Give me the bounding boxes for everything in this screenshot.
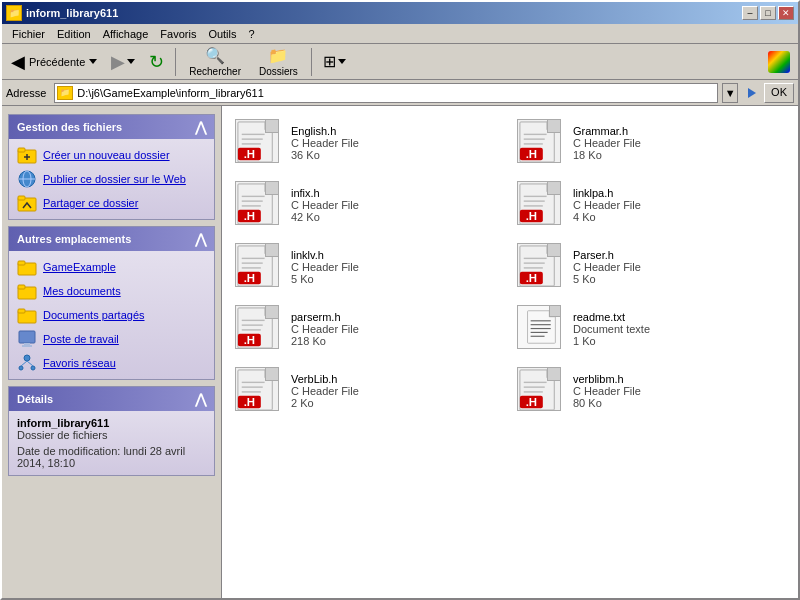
file-item[interactable]: .H parserm.h C Header File 218 Ko <box>230 300 508 358</box>
winxp-logo <box>768 51 790 73</box>
back-dropdown-arrow[interactable] <box>89 59 97 64</box>
file-type: C Header File <box>573 385 641 397</box>
menu-favoris[interactable]: Favoris <box>154 26 202 42</box>
svg-rect-9 <box>18 196 25 200</box>
back-button[interactable]: ◀ Précédente <box>6 49 102 75</box>
file-icon-wrap: .H <box>517 243 565 291</box>
sidebar-link-mes-documents[interactable]: Mes documents <box>17 281 206 301</box>
file-item[interactable]: .H linklpa.h C Header File 4 Ko <box>512 176 790 234</box>
sidebar-section-header-gestion[interactable]: Gestion des fichiers ⋀ <box>9 115 214 139</box>
sidebar: Gestion des fichiers ⋀ Créer un nouveau … <box>2 106 222 598</box>
file-info: parserm.h C Header File 218 Ko <box>291 311 359 347</box>
sidebar-link-share[interactable]: Partager ce dossier <box>17 193 206 213</box>
sidebar-section-gestion: Gestion des fichiers ⋀ Créer un nouveau … <box>8 114 215 220</box>
sidebar-collapse-gestion[interactable]: ⋀ <box>195 119 206 135</box>
sidebar-section-title-details: Détails <box>17 393 53 405</box>
menu-edition[interactable]: Edition <box>51 26 97 42</box>
maximize-button[interactable]: □ <box>760 6 776 20</box>
file-grid: .H English.h C Header File 36 Ko <box>230 114 790 420</box>
svg-marker-0 <box>748 88 756 98</box>
sidebar-section-header-details[interactable]: Détails ⋀ <box>9 387 214 411</box>
svg-line-22 <box>21 361 27 366</box>
sidebar-link-publish-label: Publier ce dossier sur le Web <box>43 173 186 185</box>
sidebar-section-body-gestion: Créer un nouveau dossier Publier ce doss… <box>9 139 214 219</box>
view-button[interactable]: ⊞ <box>318 49 351 75</box>
address-dropdown[interactable]: ▼ <box>722 83 738 103</box>
toolbar-separator-1 <box>175 48 176 76</box>
go-arrow-icon <box>744 85 760 101</box>
sidebar-link-gameexample-label: GameExample <box>43 261 116 273</box>
folders-button[interactable]: 📁 Dossiers <box>252 43 305 80</box>
file-item[interactable]: .H infix.h C Header File 42 Ko <box>230 176 508 234</box>
svg-rect-17 <box>24 343 30 345</box>
folder-icon-gameexample <box>17 257 37 277</box>
search-icon: 🔍 <box>205 46 225 65</box>
title-bar-buttons: – □ ✕ <box>742 6 794 20</box>
file-name: Grammar.h <box>573 125 641 137</box>
address-bar: Adresse 📁 ▼ OK <box>2 80 798 106</box>
details-folder-date: Date de modification: lundi 28 avril 201… <box>17 445 206 469</box>
search-button[interactable]: 🔍 Rechercher <box>182 43 248 80</box>
sidebar-link-new-folder-label: Créer un nouveau dossier <box>43 149 170 161</box>
file-icon-wrap: .H <box>235 119 283 167</box>
folders-icon: 📁 <box>268 46 288 65</box>
menu-fichier[interactable]: Fichier <box>6 26 51 42</box>
forward-button[interactable]: ▶ <box>106 49 140 75</box>
file-item[interactable]: .H Grammar.h C Header File 18 Ko <box>512 114 790 172</box>
menu-affichage[interactable]: Affichage <box>97 26 155 42</box>
h-file-icon: .H <box>517 367 561 411</box>
svg-line-23 <box>27 361 33 366</box>
sidebar-link-new-folder[interactable]: Créer un nouveau dossier <box>17 145 206 165</box>
file-info: English.h C Header File 36 Ko <box>291 125 359 161</box>
file-item[interactable]: .H English.h C Header File 36 Ko <box>230 114 508 172</box>
close-button[interactable]: ✕ <box>778 6 794 20</box>
window: 📁 inform_library611 – □ ✕ Fichier Editio… <box>0 0 800 600</box>
network-icon <box>17 353 37 373</box>
sidebar-link-favoris-reseau[interactable]: Favoris réseau <box>17 353 206 373</box>
file-name: English.h <box>291 125 359 137</box>
sidebar-link-docs-partages[interactable]: Documents partagés <box>17 305 206 325</box>
file-size: 80 Ko <box>573 397 641 409</box>
file-size: 5 Ko <box>291 273 359 285</box>
toolbar: ◀ Précédente ▶ ↻ 🔍 Rechercher 📁 Dossiers… <box>2 44 798 80</box>
sidebar-link-mes-documents-label: Mes documents <box>43 285 121 297</box>
view-dropdown-arrow[interactable] <box>338 59 346 64</box>
svg-rect-2 <box>18 148 25 152</box>
svg-rect-16 <box>19 331 35 343</box>
forward-dropdown-arrow[interactable] <box>127 59 135 64</box>
menu-outils[interactable]: Outils <box>202 26 242 42</box>
refresh-button[interactable]: ↻ <box>144 49 169 75</box>
sidebar-link-gameexample[interactable]: GameExample <box>17 257 206 277</box>
minimize-button[interactable]: – <box>742 6 758 20</box>
menu-help[interactable]: ? <box>243 26 261 42</box>
svg-text:.H: .H <box>526 148 537 160</box>
svg-marker-32 <box>547 122 555 130</box>
sidebar-section-header-autres[interactable]: Autres emplacements ⋀ <box>9 227 214 251</box>
file-item[interactable]: .H Parser.h C Header File 5 Ko <box>512 238 790 296</box>
sidebar-link-publish[interactable]: Publier ce dossier sur le Web <box>17 169 206 189</box>
file-area: .H English.h C Header File 36 Ko <box>222 106 798 598</box>
address-input[interactable] <box>77 87 715 99</box>
sidebar-section-autres: Autres emplacements ⋀ GameExample <box>8 226 215 380</box>
address-label: Adresse <box>6 87 50 99</box>
svg-text:.H: .H <box>526 396 537 408</box>
h-file-icon: .H <box>235 367 279 411</box>
go-button[interactable]: OK <box>764 83 794 103</box>
h-file-icon: .H <box>517 119 561 163</box>
file-info: verblibm.h C Header File 80 Ko <box>573 373 641 409</box>
svg-text:.H: .H <box>244 148 255 160</box>
file-icon-wrap: .H <box>235 243 283 291</box>
file-item[interactable]: .H linklv.h C Header File 5 Ko <box>230 238 508 296</box>
details-folder-name: inform_library611 <box>17 417 206 429</box>
sidebar-collapse-details[interactable]: ⋀ <box>195 391 206 407</box>
file-size: 36 Ko <box>291 149 359 161</box>
file-item[interactable]: .H verblibm.h C Header File 80 Ko <box>512 362 790 420</box>
file-item[interactable]: readme.txt Document texte 1 Ko <box>512 300 790 358</box>
main-area: Gestion des fichiers ⋀ Créer un nouveau … <box>2 106 798 598</box>
file-item[interactable]: .H VerbLib.h C Header File 2 Ko <box>230 362 508 420</box>
title-bar: 📁 inform_library611 – □ ✕ <box>2 2 798 24</box>
new-folder-icon <box>17 145 37 165</box>
sidebar-link-poste-travail[interactable]: Poste de travail <box>17 329 206 349</box>
address-input-wrap: 📁 <box>54 83 718 103</box>
sidebar-collapse-autres[interactable]: ⋀ <box>195 231 206 247</box>
